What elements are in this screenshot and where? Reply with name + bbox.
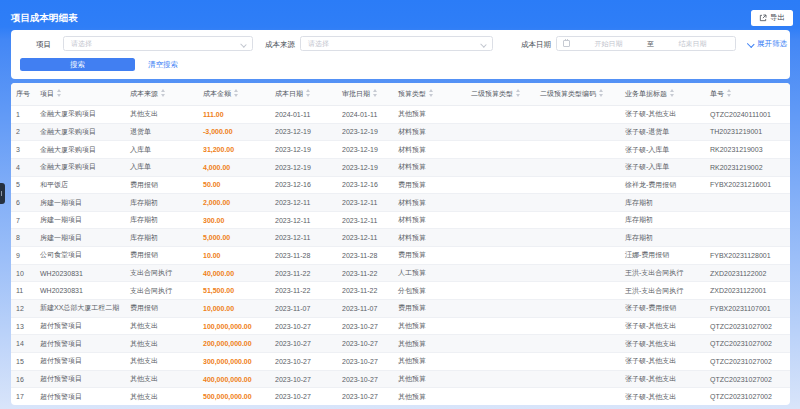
table-cell: 其他支出 — [125, 388, 198, 405]
table-row: 15超付预警项目其他支出300,000,000.002023-10-272023… — [11, 353, 790, 371]
column-header-2[interactable]: 项目 — [35, 83, 125, 105]
table-cell — [466, 317, 535, 335]
table-cell: 16 — [11, 370, 35, 388]
cost-source-select[interactable]: 请选择 — [300, 36, 493, 51]
table-cell: 库存期初 — [125, 229, 198, 247]
table-cell: 2023-10-27 — [270, 370, 337, 388]
sort-caret-icon[interactable] — [727, 89, 732, 97]
table-cell: 徐祥龙-费用报销 — [620, 176, 705, 194]
table-cell: 超付预警项目 — [35, 370, 125, 388]
table-cell: 2023-11-28 — [270, 247, 337, 265]
table-cell — [705, 229, 790, 247]
table-cell: 其他支出 — [125, 317, 198, 335]
table-cell: QTZC20231027002 — [705, 370, 790, 388]
column-header-9[interactable]: 二级预算类型编码 — [535, 83, 620, 105]
table-cell: 2023-12-16 — [337, 176, 393, 194]
table-cell — [466, 229, 535, 247]
column-header-11[interactable]: 单号 — [705, 83, 790, 105]
table-cell: 张子硕-入库单 — [620, 158, 705, 176]
table-row: 14超付预警项目其他支出200,000,000.002023-10-272023… — [11, 335, 790, 353]
table-cell — [466, 141, 535, 159]
column-header-4[interactable]: 成本金额 — [198, 83, 270, 105]
table-cell: 其他预算 — [393, 105, 466, 123]
sort-caret-icon[interactable] — [373, 89, 378, 97]
column-header-8[interactable]: 二级预算类型 — [466, 83, 535, 105]
table-cell — [535, 123, 620, 141]
sort-caret-icon[interactable] — [161, 89, 166, 97]
table-cell: -3,000.00 — [198, 123, 270, 141]
table-cell: 金融大厦采购项目 — [35, 105, 125, 123]
table-cell: 和平饭店 — [35, 176, 125, 194]
table-cell: 2023-12-16 — [270, 176, 337, 194]
clear-search-button[interactable]: 清空搜索 — [148, 58, 178, 72]
search-button[interactable]: 搜索 — [20, 58, 135, 72]
sort-caret-icon[interactable] — [670, 89, 675, 97]
table-cell: 2023-12-11 — [337, 229, 393, 247]
table-cell: 100,000,000.00 — [198, 317, 270, 335]
table-cell: 2023-10-27 — [337, 317, 393, 335]
sort-caret-icon[interactable] — [306, 89, 311, 97]
table-cell: 300.00 — [198, 211, 270, 229]
table-cell: 2023-12-11 — [270, 229, 337, 247]
table-cell — [466, 282, 535, 300]
table-cell: 超付预警项目 — [35, 353, 125, 371]
table-cell: 2023-10-27 — [337, 335, 393, 353]
table-row: 8房建一期项目库存期初5,000.002023-12-112023-12-11材… — [11, 229, 790, 247]
cost-table-card: 序号项目成本来源成本金额成本日期审批日期预算类型二级预算类型二级预算类型编码业务… — [11, 83, 790, 405]
project-filter-label: 项目 — [36, 37, 51, 52]
sort-caret-icon[interactable] — [234, 89, 239, 97]
chevron-down-icon — [481, 42, 486, 47]
table-row: 9公司食堂项目费用报销10.002023-11-282023-11-28费用预算… — [11, 247, 790, 265]
calendar-icon — [563, 40, 570, 47]
table-cell: 2023-12-11 — [337, 211, 393, 229]
table-cell: FYBX20231128001 — [705, 247, 790, 265]
column-header-3[interactable]: 成本来源 — [125, 83, 198, 105]
sort-caret-icon[interactable] — [516, 89, 521, 97]
table-cell — [535, 194, 620, 212]
table-row: 16超付预警项目其他支出400,000,000.002023-10-272023… — [11, 370, 790, 388]
table-cell — [466, 353, 535, 371]
table-cell: 3 — [11, 141, 35, 159]
table-cell: 2023-12-11 — [337, 194, 393, 212]
table-cell: 200,000,000.00 — [198, 335, 270, 353]
column-header-10[interactable]: 业务单据标题 — [620, 83, 705, 105]
table-cell: 2023-10-27 — [270, 353, 337, 371]
table-header-row: 序号项目成本来源成本金额成本日期审批日期预算类型二级预算类型二级预算类型编码业务… — [11, 83, 790, 105]
cost-date-range-picker[interactable]: 开始日期 至 结束日期 — [556, 36, 736, 51]
table-cell: 2023-12-19 — [337, 158, 393, 176]
sort-caret-icon[interactable] — [429, 89, 434, 97]
project-select[interactable]: 请选择 — [63, 36, 253, 51]
table-cell — [466, 158, 535, 176]
end-date-input[interactable]: 结束日期 — [656, 39, 729, 49]
column-header-7[interactable]: 预算类型 — [393, 83, 466, 105]
chevron-down-icon — [748, 41, 754, 47]
table-cell: 2023-10-27 — [270, 317, 337, 335]
table-cell: 房建一期项目 — [35, 229, 125, 247]
table-cell — [535, 353, 620, 371]
table-cell: 费用报销 — [125, 300, 198, 318]
table-cell: 入库单 — [125, 158, 198, 176]
table-cell: 费用报销 — [125, 247, 198, 265]
column-header-5[interactable]: 成本日期 — [270, 83, 337, 105]
table-row: 17超付预警项目其他支出500,000,000.002023-10-272023… — [11, 388, 790, 405]
table-cell — [466, 335, 535, 353]
table-cell: QTZC20240111001 — [705, 105, 790, 123]
table-cell — [535, 388, 620, 405]
side-drawer-handle[interactable] — [0, 183, 5, 204]
table-cell: 11 — [11, 282, 35, 300]
column-header-6[interactable]: 审批日期 — [337, 83, 393, 105]
sort-caret-icon[interactable] — [599, 89, 604, 97]
expand-filters-link[interactable]: 展开筛选 — [748, 36, 787, 51]
start-date-input[interactable]: 开始日期 — [572, 39, 645, 49]
table-cell: 2023-10-27 — [270, 335, 337, 353]
table-cell: 2023-12-19 — [337, 123, 393, 141]
table-cell: 张子硕-其他支出 — [620, 335, 705, 353]
table-cell: 王洪-支出合同执行 — [620, 264, 705, 282]
table-cell: 其他预算 — [393, 317, 466, 335]
table-cell: 2023-11-07 — [337, 300, 393, 318]
table-cell: 2 — [11, 123, 35, 141]
sort-caret-icon[interactable] — [57, 89, 62, 97]
export-button[interactable]: 导出 — [751, 10, 793, 26]
table-cell — [535, 158, 620, 176]
table-cell — [535, 211, 620, 229]
